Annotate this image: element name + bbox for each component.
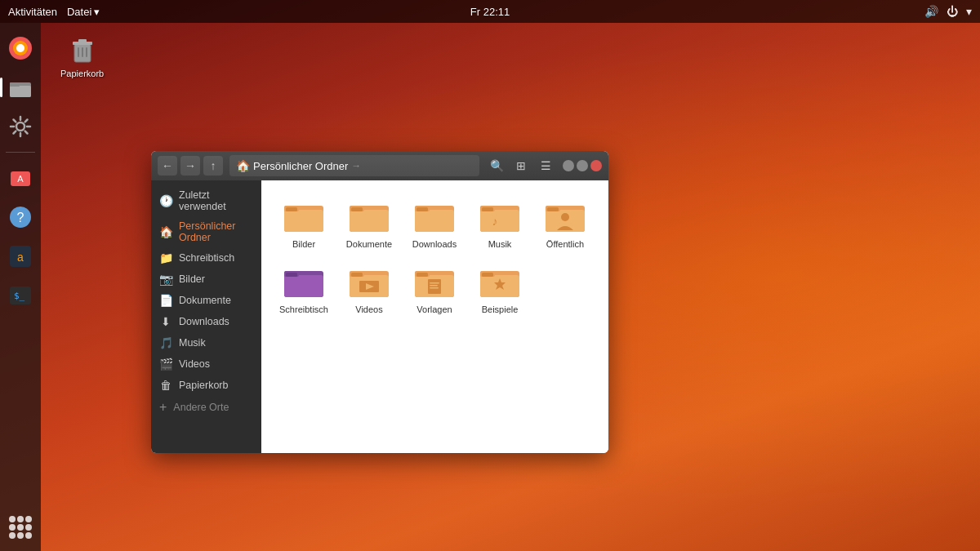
sidebar-item-musik[interactable]: 🎵 Musik bbox=[151, 332, 261, 353]
dock-item-amazon[interactable]: a bbox=[3, 239, 38, 273]
sidebar: 🕐 Zuletzt verwendet 🏠 Persönlicher Ordne… bbox=[151, 180, 261, 453]
datei-menu[interactable]: Datei ▾ bbox=[67, 6, 100, 18]
sidebar-label-schreibtisch: Schreibtisch bbox=[179, 252, 234, 264]
sidebar-label-videos: Videos bbox=[179, 358, 210, 370]
sidebar-item-videos[interactable]: 🎬 Videos bbox=[151, 353, 261, 375]
file-manager-window: ← → ↑ 🏠 Persönlicher Ordner → 🔍 ⊞ ☰ 🕐 Zu… bbox=[151, 151, 608, 453]
dock-item-software[interactable]: A bbox=[3, 161, 38, 195]
sidebar-item-bilder[interactable]: 📷 Bilder bbox=[151, 269, 261, 290]
aktivitaeten-button[interactable]: Aktivitäten bbox=[8, 6, 57, 18]
dock: A ? a $_ bbox=[0, 23, 41, 551]
folder-beispiele[interactable]: Beispiele bbox=[467, 256, 532, 321]
svg-rect-18 bbox=[78, 47, 79, 57]
svg-rect-17 bbox=[78, 39, 87, 42]
folder-vorlagen[interactable]: Vorlagen bbox=[402, 256, 467, 321]
svg-rect-24 bbox=[286, 207, 297, 211]
sidebar-item-papierkorb[interactable]: 🗑 Papierkorb bbox=[151, 375, 261, 396]
folder-dokumente[interactable]: Dokumente bbox=[336, 190, 402, 256]
svg-rect-5 bbox=[10, 82, 20, 87]
dock-item-help[interactable]: ? bbox=[3, 200, 38, 234]
trash-desktop-icon[interactable]: Papierkorb bbox=[57, 31, 107, 82]
dock-item-settings[interactable] bbox=[3, 109, 38, 144]
svg-rect-60 bbox=[430, 287, 439, 289]
grid-dot bbox=[17, 524, 24, 531]
breadcrumb: 🏠 Persönlicher Ordner → bbox=[229, 155, 479, 176]
svg-rect-26 bbox=[350, 210, 389, 232]
folder-videos-label: Videos bbox=[355, 304, 382, 314]
home-icon: 🏠 bbox=[236, 159, 250, 172]
folder-downloads[interactable]: Downloads bbox=[402, 190, 467, 256]
topbar: Aktivitäten Datei ▾ Fr 22:11 🔊 ⏻ ▾ bbox=[0, 0, 980, 23]
svg-rect-36 bbox=[482, 207, 493, 211]
trash-sidebar-icon: 🗑 bbox=[159, 379, 172, 392]
sidebar-label-papierkorb: Papierkorb bbox=[179, 380, 228, 391]
sidebar-item-schreibtisch[interactable]: 📁 Schreibtisch bbox=[151, 247, 261, 269]
sidebar-item-persoenlich[interactable]: 🏠 Persönlicher Ordner bbox=[151, 216, 261, 247]
sidebar-item-dokumente[interactable]: 📄 Dokumente bbox=[151, 290, 261, 311]
dock-item-files[interactable] bbox=[3, 70, 38, 104]
view-options-button[interactable]: ⊞ bbox=[510, 155, 532, 176]
svg-rect-59 bbox=[430, 285, 438, 287]
nav-back-button[interactable]: ← bbox=[158, 156, 177, 176]
folder-schreibtisch[interactable]: Schreibtisch bbox=[271, 256, 336, 321]
folder-beispiele-label: Beispiele bbox=[482, 304, 519, 314]
sidebar-label-andere-orte: Andere Orte bbox=[173, 402, 229, 413]
minimize-button[interactable] bbox=[563, 160, 574, 171]
documents-icon: 📄 bbox=[159, 294, 172, 307]
svg-text:?: ? bbox=[17, 211, 24, 224]
system-menu-icon[interactable]: ▾ bbox=[966, 5, 972, 18]
svg-rect-28 bbox=[351, 207, 363, 211]
folder-videos[interactable]: Videos bbox=[336, 256, 402, 321]
svg-rect-57 bbox=[428, 279, 441, 294]
grid-dot bbox=[9, 532, 16, 539]
grid-dot bbox=[17, 532, 24, 539]
sidebar-item-zuletzt[interactable]: 🕐 Zuletzt verwendet bbox=[151, 185, 261, 216]
folder-videos-icon bbox=[350, 262, 389, 301]
svg-rect-20 bbox=[86, 47, 87, 57]
grid-dot bbox=[9, 516, 16, 522]
folder-dokumente-icon bbox=[350, 197, 389, 236]
videos-icon: 🎬 bbox=[159, 358, 172, 371]
folder-schreibtisch-icon bbox=[284, 262, 323, 301]
dock-separator-1 bbox=[6, 152, 35, 153]
svg-point-2 bbox=[16, 44, 24, 52]
sidebar-label-bilder: Bilder bbox=[179, 273, 205, 285]
folder-bilder[interactable]: Bilder bbox=[271, 190, 336, 256]
svg-rect-58 bbox=[430, 282, 439, 284]
svg-rect-56 bbox=[416, 273, 428, 277]
recent-icon: 🕐 bbox=[159, 194, 172, 207]
sidebar-item-downloads[interactable]: ⬇ Downloads bbox=[151, 311, 261, 332]
svg-rect-44 bbox=[284, 275, 323, 297]
nav-up-button[interactable]: ↑ bbox=[203, 156, 223, 176]
dock-item-terminal[interactable]: $_ bbox=[3, 278, 38, 313]
show-applications-button[interactable] bbox=[3, 510, 38, 544]
file-manager-body: 🕐 Zuletzt verwendet 🏠 Persönlicher Ordne… bbox=[151, 180, 608, 453]
svg-rect-41 bbox=[547, 207, 559, 211]
folder-vorlagen-icon bbox=[415, 262, 454, 301]
grid-dot bbox=[25, 532, 32, 539]
nav-forward-button[interactable]: → bbox=[180, 156, 200, 176]
menu-button[interactable]: ☰ bbox=[535, 155, 556, 176]
sidebar-add-location[interactable]: + Andere Orte bbox=[151, 396, 261, 419]
folder-dokumente-label: Dokumente bbox=[346, 239, 392, 249]
downloads-icon: ⬇ bbox=[159, 315, 172, 328]
folder-oeffentlich[interactable]: Öffentlich bbox=[532, 190, 598, 256]
svg-text:♪: ♪ bbox=[492, 215, 498, 228]
maximize-button[interactable] bbox=[577, 160, 588, 171]
titlebar: ← → ↑ 🏠 Persönlicher Ordner → 🔍 ⊞ ☰ bbox=[151, 151, 608, 180]
svg-text:$_: $_ bbox=[14, 291, 25, 301]
svg-point-42 bbox=[561, 213, 569, 221]
close-button[interactable] bbox=[590, 160, 602, 171]
volume-icon[interactable]: 🔊 bbox=[924, 5, 938, 18]
sidebar-label-dokumente: Dokumente bbox=[179, 295, 231, 306]
search-button[interactable]: 🔍 bbox=[486, 155, 507, 176]
folder-musik[interactable]: ♪ Musik bbox=[467, 190, 532, 256]
sidebar-label-persoenlich: Persönlicher Ordner bbox=[179, 220, 253, 243]
desktop-icon-sidebar: 📁 bbox=[159, 251, 172, 264]
folder-bilder-icon bbox=[284, 197, 323, 236]
dock-item-firefox[interactable] bbox=[3, 31, 38, 65]
add-icon: + bbox=[159, 400, 167, 415]
folder-downloads-label: Downloads bbox=[412, 239, 457, 249]
folder-downloads-icon bbox=[415, 197, 454, 236]
power-icon[interactable]: ⏻ bbox=[947, 5, 958, 18]
